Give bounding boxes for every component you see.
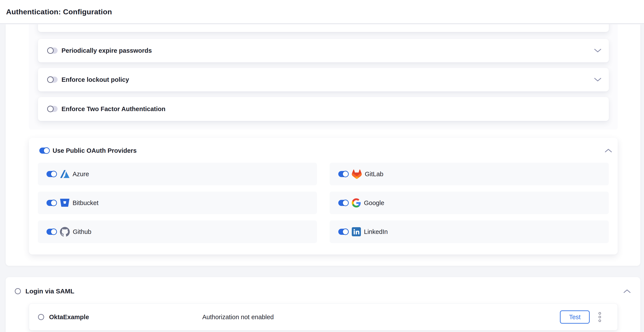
toggle-knob [50, 228, 57, 235]
connection-name: OktaExample [49, 314, 89, 321]
provider-row-azure: Azure [38, 163, 317, 185]
setting-row-enforce-lockout-policy[interactable]: Enforce lockout policy [38, 68, 609, 92]
provider-row-gitlab: GitLab [330, 163, 609, 185]
google-toggle[interactable] [338, 200, 348, 206]
bitbucket-icon [60, 198, 70, 207]
use-public-oauth-providers-toggle[interactable] [39, 148, 49, 154]
azure-toggle[interactable] [46, 171, 56, 177]
chevron-down-icon[interactable] [594, 48, 602, 53]
toggle-knob [50, 200, 57, 206]
test-button[interactable]: Test [560, 311, 590, 324]
login-via-saml-radio[interactable] [15, 288, 21, 294]
chevron-down-icon[interactable] [594, 77, 602, 82]
toggle-knob [342, 228, 349, 235]
provider-row-github: Github [38, 220, 317, 243]
provider-name: Github [73, 228, 91, 235]
setting-row-label: Enforce lockout policy [62, 76, 129, 83]
github-toggle[interactable] [46, 229, 56, 235]
provider-name: Azure [72, 170, 89, 178]
bitbucket-toggle[interactable] [46, 200, 56, 206]
toggle-knob [47, 76, 54, 83]
provider-row-google: Google [330, 192, 609, 214]
okta-connection-radio[interactable] [38, 314, 44, 320]
connection-status: Authorization not enabled [202, 314, 274, 321]
github-icon [60, 227, 70, 237]
toggle-knob [43, 147, 50, 154]
saml-section-header[interactable]: Login via SAML [6, 277, 640, 305]
oauth-providers-header[interactable]: Use Public OAuth Providers [29, 138, 618, 164]
oauth-providers-grid: Azure GitLab [38, 163, 609, 243]
provider-row-linkedin: LinkedIn [330, 220, 609, 243]
setting-row-enforce-two-factor[interactable]: Enforce Two Factor Authentication [38, 97, 609, 121]
gitlab-icon [352, 169, 362, 179]
gitlab-toggle[interactable] [338, 171, 348, 177]
azure-icon [60, 170, 70, 178]
toggle-knob [47, 106, 54, 112]
page-title: Authentication: Configuration [6, 7, 112, 16]
saml-section-card: Login via SAML OktaExample Authorization… [6, 277, 640, 332]
setting-row-periodically-expire-passwords[interactable]: Periodically expire passwords [38, 39, 609, 62]
setting-row-label: Periodically expire passwords [62, 47, 152, 54]
toggle-knob [342, 200, 349, 206]
enforce-lockout-policy-toggle[interactable] [48, 77, 58, 83]
kebab-menu-icon[interactable] [598, 311, 602, 323]
provider-name: LinkedIn [364, 228, 388, 235]
oauth-providers-title: Use Public OAuth Providers [52, 147, 137, 154]
page-header: Authentication: Configuration [0, 0, 644, 24]
authentication-settings-page: Authentication: Configuration Periodical… [0, 0, 644, 332]
kebab-dot [598, 312, 601, 315]
kebab-dot [598, 316, 601, 318]
saml-section-title: Login via SAML [26, 288, 74, 295]
linkedin-toggle[interactable] [338, 229, 348, 235]
password-settings-list: Periodically expire passwords Enforce lo… [29, 24, 618, 130]
truncated-setting-row[interactable] [38, 24, 609, 32]
toggle-knob [342, 171, 349, 177]
setting-row-label: Enforce Two Factor Authentication [62, 105, 166, 113]
provider-row-bitbucket: Bitbucket [38, 192, 317, 214]
enforce-two-factor-toggle[interactable] [48, 106, 58, 112]
chevron-up-icon[interactable] [623, 289, 631, 294]
oauth-providers-card: Use Public OAuth Providers Azure [29, 138, 618, 255]
saml-connection-row: OktaExample Authorization not enabled Te… [29, 304, 618, 331]
toggle-knob [50, 171, 57, 177]
google-icon [352, 198, 361, 207]
toggle-knob [47, 47, 54, 54]
linkedin-icon [352, 227, 361, 236]
periodically-expire-passwords-toggle[interactable] [48, 47, 58, 54]
provider-name: Google [364, 199, 384, 207]
provider-name: Bitbucket [72, 199, 98, 207]
provider-name: GitLab [365, 170, 383, 178]
login-password-section-card: Periodically expire passwords Enforce lo… [6, 24, 640, 266]
kebab-dot [598, 320, 601, 322]
chevron-up-icon[interactable] [605, 148, 612, 153]
